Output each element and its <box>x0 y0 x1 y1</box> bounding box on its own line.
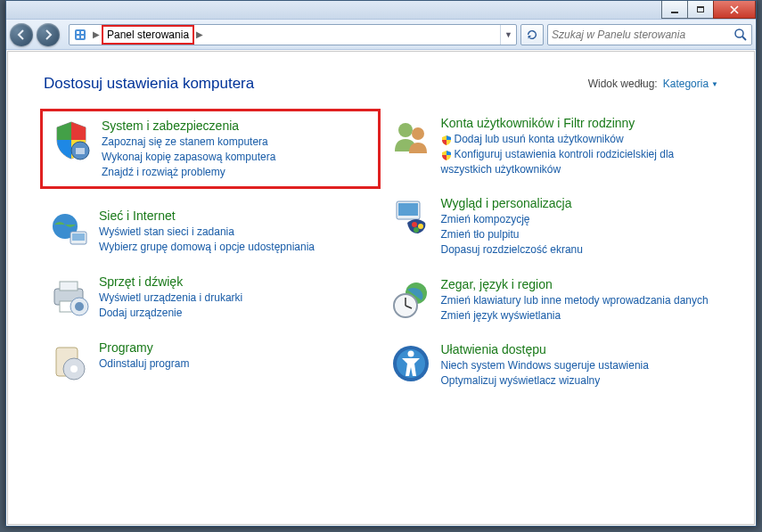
svg-point-21 <box>412 127 424 140</box>
category-title[interactable]: Programy <box>99 340 373 355</box>
category-link[interactable]: Zapoznaj się ze stanem komputera <box>102 135 371 150</box>
minimize-button[interactable] <box>661 1 688 19</box>
category-link[interactable]: Zmień tło pulpitu <box>441 227 716 242</box>
category-body: Ułatwienia dostępu Niech system Windows … <box>441 342 716 389</box>
svg-point-25 <box>418 224 423 229</box>
chevron-down-icon: ▼ <box>711 80 718 88</box>
svg-line-6 <box>742 37 746 40</box>
category-appearance: Wygląd i personalizacja Zmień kompozycję… <box>386 192 719 260</box>
svg-rect-23 <box>398 203 418 216</box>
svg-point-33 <box>407 351 414 357</box>
breadcrumb-sep-icon: ▶ <box>91 29 102 39</box>
view-by-value: Kategoria <box>663 78 709 90</box>
category-body: Konta użytkowników i Filtr rodzinny Doda… <box>441 116 716 176</box>
category-system-security: System i zabezpieczenia Zapoznaj się ze … <box>40 109 381 189</box>
category-hardware-sound: Sprzęt i dźwięk Wyświetl urządzenia i dr… <box>44 271 377 324</box>
content-header: Dostosuj ustawienia komputera Widok wedł… <box>44 75 718 93</box>
uac-shield-icon <box>441 135 452 145</box>
category-columns: System i zabezpieczenia Zapoznaj się ze … <box>44 112 718 392</box>
category-title[interactable]: Konta użytkowników i Filtr rodzinny <box>441 116 716 130</box>
forward-button[interactable] <box>37 23 60 46</box>
category-body: Zegar, język i region Zmień klawiatury l… <box>441 277 716 323</box>
category-link[interactable]: Dodaj lub usuń konta użytkowników <box>441 132 716 147</box>
category-title[interactable]: System i zabezpieczenia <box>102 119 371 133</box>
category-programs: Programy Odinstaluj program <box>44 337 377 387</box>
window-buttons <box>662 1 756 19</box>
appearance-icon <box>389 196 432 239</box>
content-area: Dostosuj ustawienia komputera Widok wedł… <box>7 51 755 525</box>
programs-icon <box>47 340 90 383</box>
category-title[interactable]: Sprzęt i dźwięk <box>99 274 373 289</box>
svg-rect-4 <box>81 36 84 38</box>
left-column: System i zabezpieczenia Zapoznaj się ze … <box>44 112 377 392</box>
search-box[interactable] <box>547 24 752 45</box>
category-body: Wygląd i personalizacja Zmień kompozycję… <box>441 196 716 257</box>
category-link[interactable]: Dopasuj rozdzielczość ekranu <box>441 242 716 258</box>
page-title: Dostosuj ustawienia komputera <box>44 75 254 93</box>
refresh-button[interactable] <box>520 24 544 45</box>
svg-rect-1 <box>77 31 79 34</box>
link-text: Dodaj lub usuń konta użytkowników <box>455 133 624 145</box>
category-link[interactable]: Odinstaluj program <box>99 356 373 372</box>
category-link[interactable]: Wyświetl stan sieci i zadania <box>99 225 373 240</box>
svg-rect-0 <box>75 29 86 40</box>
control-panel-icon <box>73 28 87 42</box>
svg-point-24 <box>412 222 417 227</box>
uac-shield-icon <box>441 150 452 160</box>
category-title[interactable]: Wygląd i personalizacja <box>441 196 716 210</box>
category-network-internet: Sieć i Internet Wyświetl stan sieci i za… <box>44 205 377 258</box>
printer-icon <box>47 274 90 317</box>
category-user-accounts: Konta użytkowników i Filtr rodzinny Doda… <box>386 112 719 180</box>
titlebar <box>6 1 756 20</box>
category-title[interactable]: Sieć i Internet <box>99 209 373 223</box>
svg-rect-2 <box>81 31 84 34</box>
category-body: Programy Odinstaluj program <box>99 340 373 383</box>
breadcrumb-sep-icon: ▶ <box>194 29 205 39</box>
shield-icon <box>50 119 93 161</box>
category-link[interactable]: Wybierz grupę domową i opcje udostępnian… <box>99 240 373 255</box>
back-button[interactable] <box>10 23 33 46</box>
category-link[interactable]: Zmień klawiatury lub inne metody wprowad… <box>441 293 716 308</box>
search-icon[interactable] <box>733 28 748 42</box>
svg-rect-3 <box>77 36 79 38</box>
search-input[interactable] <box>552 29 733 41</box>
category-link[interactable]: Konfiguruj ustawienia kontroli rodziciel… <box>441 147 716 177</box>
svg-rect-8 <box>76 148 85 154</box>
category-link[interactable]: Dodaj urządzenie <box>99 306 373 321</box>
control-panel-window: ▶ Panel sterowania ▶ ▼ Dostosuj ustawien… <box>5 0 757 527</box>
category-link[interactable]: Wyświetl urządzenia i drukarki <box>99 291 373 306</box>
clock-globe-icon <box>389 277 432 320</box>
address-bar[interactable]: ▶ Panel sterowania ▶ ▼ <box>69 24 517 45</box>
view-by-label: Widok według: <box>588 78 658 90</box>
category-body: System i zabezpieczenia Zapoznaj się ze … <box>102 119 371 179</box>
category-title[interactable]: Ułatwienia dostępu <box>441 342 716 356</box>
view-by: Widok według: Kategoria ▼ <box>588 78 718 90</box>
breadcrumb: Panel sterowania ▶ <box>102 25 205 45</box>
category-link[interactable]: Zmień język wyświetlania <box>441 308 716 323</box>
category-link[interactable]: Znajdź i rozwiąż problemy <box>102 165 371 180</box>
breadcrumb-item[interactable]: Panel sterowania <box>102 25 194 45</box>
category-clock-language-region: Zegar, język i region Zmień klawiatury l… <box>386 274 719 327</box>
category-title[interactable]: Zegar, język i region <box>441 277 716 291</box>
view-by-dropdown[interactable]: Kategoria ▼ <box>663 78 718 90</box>
category-body: Sprzęt i dźwięk Wyświetl urządzenia i dr… <box>99 274 373 321</box>
ease-of-access-icon <box>389 342 432 385</box>
svg-point-20 <box>398 123 413 137</box>
maximize-button[interactable] <box>687 1 714 19</box>
category-ease-of-access: Ułatwienia dostępu Niech system Windows … <box>386 339 719 392</box>
svg-rect-11 <box>72 233 85 241</box>
category-body: Sieć i Internet Wyświetl stan sieci i za… <box>99 209 373 255</box>
users-icon <box>389 116 432 159</box>
address-dropdown[interactable]: ▼ <box>500 25 516 45</box>
svg-rect-13 <box>60 282 78 291</box>
svg-point-19 <box>70 365 78 372</box>
category-link[interactable]: Zmień kompozycję <box>441 212 716 227</box>
svg-point-5 <box>735 29 743 37</box>
category-link[interactable]: Niech system Windows sugeruje ustawienia <box>441 358 716 373</box>
link-text: Konfiguruj ustawienia kontroli rodziciel… <box>441 148 675 176</box>
navbar: ▶ Panel sterowania ▶ ▼ <box>6 20 756 50</box>
category-link[interactable]: Optymalizuj wyświetlacz wizualny <box>441 373 716 389</box>
category-link[interactable]: Wykonaj kopię zapasową komputera <box>102 150 371 165</box>
close-button[interactable] <box>713 1 756 19</box>
right-column: Konta użytkowników i Filtr rodzinny Doda… <box>386 112 719 392</box>
